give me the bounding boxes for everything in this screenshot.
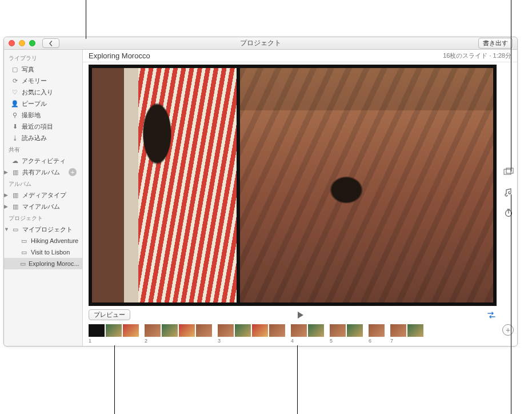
thumbnail[interactable] <box>106 324 122 337</box>
sidebar-item-places[interactable]: ⚲撮影地 <box>4 109 82 121</box>
export-button[interactable]: 書き出す <box>478 38 513 49</box>
sidebar-item-import[interactable]: ⭳読み込み <box>4 132 82 144</box>
thumbnail-group[interactable]: 6 <box>369 324 385 344</box>
window-controls <box>9 40 35 46</box>
add-shared-album-button[interactable]: + <box>69 168 77 176</box>
main-content: Exploring Morocco 16枚のスライド · 1:28分 プレビュー… <box>83 50 517 346</box>
sidebar-item-label: ピープル <box>22 99 47 108</box>
chevron-right-icon: ▶ <box>4 168 9 177</box>
svg-rect-0 <box>504 169 511 174</box>
sidebar-item-label: 最近の項目 <box>22 122 53 131</box>
memories-icon: ⟳ <box>11 76 19 85</box>
album-icon: ▥ <box>11 190 19 200</box>
thumbnail-group-strip <box>369 324 385 337</box>
callout-line <box>511 194 511 414</box>
thumbnail[interactable] <box>308 324 324 337</box>
sidebar-section-albums: アルバム <box>4 178 82 189</box>
sidebar-item-label: Exploring Moroc... <box>29 259 79 268</box>
duration-button[interactable] <box>503 208 514 218</box>
thumbnail-group[interactable]: 1 <box>89 324 139 344</box>
thumbnail[interactable] <box>196 324 212 337</box>
thumbnail[interactable] <box>145 324 161 337</box>
thumbnail[interactable] <box>291 324 307 337</box>
sidebar-item-recent[interactable]: ⬇最近の項目 <box>4 121 82 132</box>
sidebar-item-shared-albums[interactable]: ▶ ▥ 共有アルバム + <box>4 166 82 178</box>
thumbnail-group[interactable]: 3 <box>218 324 285 344</box>
pin-icon: ⚲ <box>11 110 19 120</box>
thumbnail-group-strip <box>390 324 423 337</box>
thumbnail-group[interactable]: 7 <box>390 324 423 344</box>
thumbnail[interactable] <box>123 324 139 337</box>
sidebar-item-favorites[interactable]: ♡お気に入り <box>4 86 82 98</box>
play-button[interactable] <box>295 310 305 320</box>
people-icon: 👤 <box>11 99 19 108</box>
thumbnail[interactable] <box>269 324 285 337</box>
preview-button[interactable]: プレビュー <box>89 309 130 320</box>
sidebar-section-library: ライブラリ <box>4 52 82 63</box>
thumbnail-group-strip <box>330 324 363 337</box>
thumbnail[interactable] <box>407 324 423 337</box>
sidebar-item-photos[interactable]: ▢写真 <box>4 63 82 75</box>
thumbnail[interactable] <box>369 324 385 337</box>
callout-line <box>511 0 511 172</box>
project-header: Exploring Morocco 16枚のスライド · 1:28分 <box>83 50 517 62</box>
music-button[interactable] <box>503 187 514 197</box>
maximize-window-button[interactable] <box>29 40 35 46</box>
theme-icon <box>503 168 514 176</box>
sidebar-item-people[interactable]: 👤ピープル <box>4 98 82 109</box>
thumbnail-group[interactable]: 5 <box>330 324 363 344</box>
titlebar: プロジェクト 書き出す <box>4 37 517 50</box>
sidebar-item-label: マイプロジェクト <box>22 225 73 234</box>
photos-icon: ▢ <box>11 65 19 74</box>
minimize-window-button[interactable] <box>19 40 25 46</box>
sidebar-item-label: 共有アルバム <box>22 168 60 177</box>
sidebar-project-item[interactable]: ▭Hiking Adventure <box>4 235 82 246</box>
add-slide-button[interactable]: + <box>502 324 514 336</box>
right-toolbar <box>500 63 517 346</box>
thumbnail[interactable] <box>89 324 105 337</box>
thumbnail[interactable] <box>330 324 346 337</box>
slide-photo[interactable] <box>240 68 493 302</box>
slideshow-icon: ▭ <box>20 236 28 245</box>
close-window-button[interactable] <box>9 40 15 46</box>
slide-photo[interactable] <box>92 68 237 302</box>
thumbnail-group-strip <box>218 324 285 337</box>
album-icon: ▥ <box>11 202 19 211</box>
sidebar-item-my-albums[interactable]: ▶▥マイアルバム <box>4 201 82 212</box>
sidebar-item-label: メディアタイプ <box>22 190 66 200</box>
thumbnail[interactable] <box>252 324 268 337</box>
sidebar-item-memories[interactable]: ⟳メモリー <box>4 75 82 86</box>
heart-icon: ♡ <box>11 87 19 97</box>
window-title: プロジェクト <box>4 38 517 48</box>
sidebar-project-item[interactable]: ▭Visit to Lisbon <box>4 246 82 258</box>
thumbnail[interactable] <box>390 324 406 337</box>
thumbnail[interactable] <box>235 324 251 337</box>
sidebar-item-label: マイアルバム <box>22 202 60 211</box>
callout-line <box>86 0 86 39</box>
svg-rect-1 <box>506 168 513 173</box>
sidebar-item-media-types[interactable]: ▶▥メディアタイプ <box>4 189 82 201</box>
sidebar-item-label: お気に入り <box>22 87 53 97</box>
music-icon <box>504 188 513 197</box>
slide-viewer <box>89 65 497 306</box>
playback-controls: プレビュー <box>83 308 517 323</box>
thumbnail[interactable] <box>179 324 195 337</box>
sidebar-section-shared: 共有 <box>4 144 82 155</box>
loop-button[interactable] <box>486 311 497 319</box>
thumbnail-group[interactable]: 4 <box>291 324 324 344</box>
sidebar-item-label: 撮影地 <box>22 110 41 120</box>
thumbnail-group-number: 6 <box>369 338 385 344</box>
sidebar-item-label: アクティビティ <box>22 156 66 165</box>
thumbnail-group-number: 3 <box>218 338 285 344</box>
back-button[interactable] <box>42 38 59 48</box>
thumbnail-group-number: 2 <box>145 338 212 344</box>
thumbnail[interactable] <box>218 324 234 337</box>
theme-button[interactable] <box>503 166 514 177</box>
thumbnail[interactable] <box>162 324 178 337</box>
thumbnail-group[interactable]: 2 <box>145 324 212 344</box>
thumbnail[interactable] <box>347 324 363 337</box>
chevron-down-icon: ▼ <box>4 225 9 234</box>
sidebar-project-item[interactable]: ▭Exploring Moroc... <box>4 258 82 269</box>
sidebar-item-activity[interactable]: ☁アクティビティ <box>4 155 82 166</box>
sidebar-item-my-projects[interactable]: ▼▭マイプロジェクト <box>4 224 82 235</box>
